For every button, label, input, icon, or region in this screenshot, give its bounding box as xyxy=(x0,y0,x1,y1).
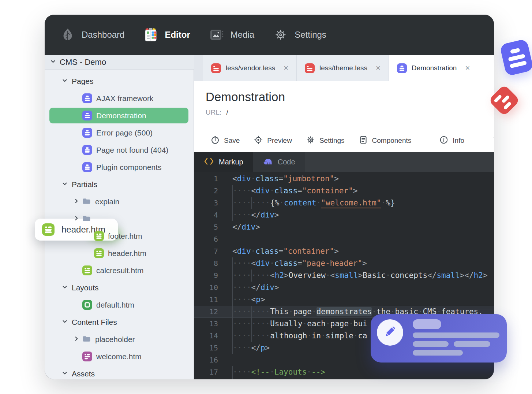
code-line-1[interactable]: 1<div·class="jumbotron"> xyxy=(194,173,494,185)
token: class xyxy=(274,186,297,195)
tree-item-ajax-framework[interactable]: AJAX framework xyxy=(45,90,194,107)
token: · xyxy=(381,198,386,207)
line-number: 3 xyxy=(194,197,218,209)
nav-item-media[interactable]: Media xyxy=(209,27,254,42)
partial-file-icon xyxy=(94,248,104,258)
line-number: 13 xyxy=(194,318,218,330)
code-line-6[interactable]: 6 xyxy=(194,233,494,245)
editor-tab-label: Code xyxy=(278,158,295,166)
tree-item-page-not-found-404[interactable]: Page not found (404) xyxy=(45,141,194,159)
token: ···· xyxy=(233,295,251,304)
tree-label: footer.htm xyxy=(108,232,142,241)
token: < xyxy=(251,186,256,195)
code-line-8[interactable]: 8····<div·class="page-header"> xyxy=(194,257,494,270)
delete-button[interactable] xyxy=(492,135,494,146)
skeleton-text xyxy=(413,319,499,356)
button-label: Save xyxy=(224,137,240,145)
page-file-icon xyxy=(82,145,92,155)
close-icon[interactable]: × xyxy=(465,63,470,73)
tree-label: Pages xyxy=(72,77,94,86)
chevron-right-icon xyxy=(73,197,80,206)
token: = xyxy=(278,247,283,256)
code-line-10[interactable]: 10····</div> xyxy=(194,282,494,294)
components-button[interactable]: Components xyxy=(359,135,412,146)
file-purple-icon xyxy=(397,63,407,73)
tree-section-pages[interactable]: Pages xyxy=(45,73,194,90)
tree-label: explain xyxy=(95,197,120,206)
token: ···· xyxy=(252,319,270,328)
chevron-down-icon xyxy=(61,77,68,86)
line-number: 11 xyxy=(194,294,218,306)
theme-name: CMS - Demo xyxy=(60,57,106,67)
tree-section-assets[interactable]: Assets xyxy=(45,365,194,379)
tree-label: Page not found (404) xyxy=(96,146,168,155)
token: · xyxy=(353,331,358,340)
tree-item-default-htm[interactable]: default.htm xyxy=(45,296,194,313)
line-content: ····</div> xyxy=(218,282,279,294)
line-number: 17 xyxy=(194,366,218,378)
nav-item-dashboard[interactable]: Dashboard xyxy=(60,27,124,42)
tab-label: less/theme.less xyxy=(319,64,367,72)
line-content: ····<div·class="container"> xyxy=(218,185,357,197)
token: </ xyxy=(251,211,261,219)
code-line-11[interactable]: 11····<p> xyxy=(194,294,494,306)
token: ···· xyxy=(233,186,251,195)
tab-less-vendor-less[interactable]: less/vendor.less× xyxy=(203,55,297,81)
tree-item-placeholder[interactable]: placeholder xyxy=(45,331,194,348)
token: ca xyxy=(358,331,367,340)
code-line-7[interactable]: 7<div·class="container"> xyxy=(194,245,494,257)
url-label: URL: xyxy=(206,108,221,116)
nav-item-settings[interactable]: Settings xyxy=(273,27,326,42)
tree-item-calcresult-htm[interactable]: calcresult.htm xyxy=(45,262,194,279)
line-content xyxy=(218,233,232,245)
editor-tab-code[interactable]: Code xyxy=(253,152,305,172)
theme-selector[interactable]: CMS - Demo xyxy=(45,55,194,70)
token: < xyxy=(232,174,237,183)
button-label: Info xyxy=(453,137,464,145)
pencil-badge xyxy=(377,319,403,346)
tree-section-content-files[interactable]: Content Files xyxy=(45,313,194,331)
token: page xyxy=(293,307,312,316)
editor-tab-bar: MarkupCode xyxy=(194,152,494,172)
tree-label: header.htm xyxy=(108,249,146,258)
editor-tab-markup[interactable]: Markup xyxy=(194,152,253,172)
page-file-icon xyxy=(82,162,92,172)
nav-item-editor[interactable]: Editor xyxy=(143,27,190,42)
tree-section-partials[interactable]: Partials xyxy=(45,176,194,193)
token: = xyxy=(278,174,283,183)
tree-item-header-htm[interactable]: header.htm xyxy=(45,245,194,262)
token: ···· xyxy=(233,283,251,292)
close-icon[interactable]: × xyxy=(376,63,381,73)
markup-icon xyxy=(203,157,214,168)
line-content: ····<p> xyxy=(218,294,265,306)
line-number: 7 xyxy=(194,245,218,257)
settings-button[interactable]: Settings xyxy=(306,135,345,146)
code-line-3[interactable]: 3········{%·content·"welcome.htm"·%} xyxy=(194,197,494,209)
nav-label: Media xyxy=(231,30,254,40)
code-line-18[interactable]: 18····<h2>Layouts</h2> xyxy=(194,378,494,379)
token: "container" xyxy=(283,247,334,256)
tree-item-demonstration[interactable]: Demonstration xyxy=(45,107,194,124)
tree-item-error-page-500[interactable]: Error page (500) xyxy=(45,124,194,141)
tree-label: Error page (500) xyxy=(96,129,153,137)
preview-button[interactable]: Preview xyxy=(254,135,292,146)
code-line-4[interactable]: 4····</div> xyxy=(194,209,494,221)
line-content: ····<!--·Layouts·--> xyxy=(218,366,325,378)
info-button[interactable]: Info xyxy=(439,135,464,146)
code-line-17[interactable]: 17····<!--·Layouts·--> xyxy=(194,366,494,378)
tab-demonstration[interactable]: Demonstration× xyxy=(389,55,494,81)
tree-section-layouts[interactable]: Layouts xyxy=(45,279,194,296)
save-button[interactable]: Save xyxy=(210,135,240,146)
code-line-5[interactable]: 5</div> xyxy=(194,221,494,233)
code-line-9[interactable]: 9········<h2>Overview·<small>Basic·conce… xyxy=(194,270,494,282)
tree-item-explain[interactable]: explain xyxy=(45,193,194,210)
code-line-2[interactable]: 2····<div·class="container"> xyxy=(194,185,494,197)
page-url: URL: / xyxy=(206,108,494,116)
token: ···· xyxy=(252,198,270,207)
nav-label: Dashboard xyxy=(82,30,124,40)
tree-item-plugin-components[interactable]: Plugin components xyxy=(45,159,194,176)
pencil-icon xyxy=(383,325,397,340)
tab-less-theme-less[interactable]: less/theme.less× xyxy=(297,55,389,81)
close-icon[interactable]: × xyxy=(284,63,288,73)
tree-item-welcome-htm[interactable]: welcome.htm xyxy=(45,348,194,365)
